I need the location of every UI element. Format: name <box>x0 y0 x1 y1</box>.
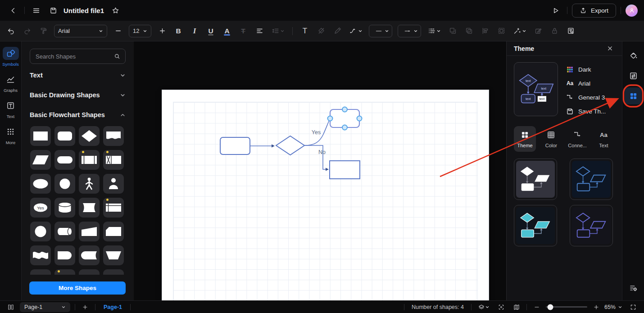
shape-predefined-process[interactable] <box>79 150 100 170</box>
sidebar-item-text[interactable]: Text <box>1 99 21 119</box>
focus-button[interactable] <box>496 302 507 312</box>
shape-rounded-process[interactable] <box>54 126 75 146</box>
back-button[interactable] <box>6 4 20 17</box>
search-input[interactable] <box>35 53 111 60</box>
zoom-slider-thumb[interactable] <box>547 304 553 310</box>
zoom-slider[interactable] <box>546 306 587 308</box>
theme-setting-save-th-[interactable]: Save Th... <box>566 104 606 118</box>
close-button[interactable] <box>605 44 615 54</box>
section-text[interactable]: Text <box>22 65 134 85</box>
tab-text[interactable]: AaText <box>593 126 615 152</box>
shape-process[interactable] <box>79 269 100 275</box>
shape-h-cylinder[interactable] <box>54 222 75 241</box>
shape-document[interactable] <box>103 126 124 146</box>
flow-no-shape[interactable] <box>330 161 360 179</box>
zoom-in-button[interactable] <box>591 302 602 312</box>
shape-actor[interactable] <box>79 174 100 194</box>
theme-card-blue-outline[interactable] <box>570 159 613 200</box>
tab-color[interactable]: Color <box>540 126 562 152</box>
font-size-decrease-button[interactable] <box>110 24 126 38</box>
favorite-button[interactable] <box>109 4 122 17</box>
fill-bucket-button[interactable] <box>625 47 642 64</box>
flow-start-shape[interactable] <box>220 137 250 154</box>
send-back-button[interactable] <box>461 24 476 38</box>
sidebar-item-symbols[interactable]: Symbols <box>1 47 21 67</box>
group-button[interactable] <box>494 24 509 38</box>
section-basic-flowchart-shapes[interactable]: Basic Flowchart Shapes <box>22 104 134 124</box>
shape-decision[interactable] <box>79 126 100 146</box>
shape-stored-data[interactable] <box>79 245 100 265</box>
shape-internal-storage[interactable] <box>103 198 124 218</box>
text-align-button[interactable] <box>252 24 267 38</box>
shape-tape[interactable] <box>30 245 51 265</box>
shape-manual-operation[interactable] <box>103 245 124 265</box>
page-select[interactable]: Page-1 <box>20 302 70 312</box>
tab-theme[interactable]: Theme <box>514 126 536 152</box>
outline-settings-button[interactable] <box>625 279 642 296</box>
font-size-increase-button[interactable] <box>154 24 170 38</box>
main-menu-button[interactable] <box>29 4 43 17</box>
theme-setting-dark[interactable]: Dark <box>566 63 606 77</box>
bring-front-button[interactable] <box>445 24 460 38</box>
shape-database[interactable] <box>54 198 75 218</box>
theme-card-teal[interactable] <box>514 205 557 246</box>
avatar[interactable] <box>626 5 638 17</box>
sidebar-item-more[interactable]: More <box>1 125 21 145</box>
find-button[interactable] <box>563 24 578 38</box>
zoom-out-button[interactable] <box>531 302 542 312</box>
align-objects-button[interactable] <box>477 24 493 38</box>
theme-card-purple-outline[interactable] <box>570 205 613 246</box>
shape-display[interactable] <box>79 198 100 218</box>
shape-terminator[interactable] <box>54 150 75 170</box>
frames-button[interactable] <box>5 302 16 312</box>
undo-button[interactable] <box>3 24 18 38</box>
shape-process[interactable] <box>30 126 51 146</box>
shape-delay[interactable] <box>54 245 75 265</box>
insert-text-button[interactable]: T <box>297 24 313 38</box>
line-spacing-button[interactable] <box>268 24 288 38</box>
shape-card[interactable] <box>103 222 124 241</box>
section-basic-drawing-shapes[interactable]: Basic Drawing Shapes <box>22 85 134 104</box>
sidebar-item-graphs[interactable]: Graphs <box>1 73 21 93</box>
format-painter-button[interactable] <box>36 24 51 38</box>
search-box[interactable] <box>30 49 126 64</box>
present-button[interactable] <box>549 4 562 17</box>
text-color-button[interactable]: A <box>219 24 235 38</box>
connector-style-button[interactable] <box>346 24 366 38</box>
theme-setting-general-3[interactable]: General 3 <box>566 91 606 104</box>
strikethrough-button[interactable]: T <box>236 24 251 38</box>
page-tab[interactable]: Page-1 <box>104 304 122 310</box>
line-style-select[interactable] <box>369 25 392 37</box>
font-family-select[interactable]: Arial <box>54 25 107 37</box>
shape-parallelogram[interactable] <box>30 150 51 170</box>
shape-process[interactable] <box>30 269 51 275</box>
shape-manual-input[interactable] <box>79 222 100 241</box>
dash-style-button[interactable] <box>424 24 444 38</box>
fill-none-button[interactable] <box>313 24 329 38</box>
underline-button[interactable]: U <box>203 24 218 38</box>
add-page-button[interactable] <box>80 302 91 312</box>
pen-button[interactable] <box>330 24 345 38</box>
italic-button[interactable]: I <box>187 24 202 38</box>
magic-wand-button[interactable] <box>510 24 530 38</box>
redo-button[interactable] <box>19 24 35 38</box>
shape-terminator[interactable] <box>103 269 124 275</box>
shape-person[interactable] <box>103 174 124 194</box>
edit-shape-button[interactable] <box>531 24 546 38</box>
arrow-style-select[interactable] <box>398 25 421 37</box>
canvas[interactable]: Yes No <box>134 41 506 300</box>
theme-setting-arial[interactable]: AaArial <box>566 77 606 91</box>
shape-collate[interactable] <box>103 150 124 170</box>
save-button[interactable] <box>46 4 60 17</box>
shape-ellipse[interactable] <box>30 174 51 194</box>
more-shapes-button[interactable]: More Shapes <box>29 281 126 295</box>
shape-circle[interactable] <box>54 174 75 194</box>
font-size-select[interactable]: 12 <box>129 25 151 37</box>
shape-circle-large[interactable] <box>30 222 51 241</box>
lock-button[interactable] <box>547 24 562 38</box>
theme-grid-button[interactable] <box>625 87 642 104</box>
tab-conne[interactable]: Conne... <box>567 126 589 152</box>
export-button[interactable]: Export <box>572 4 616 18</box>
shape-yes-oval[interactable]: Yes <box>30 198 51 218</box>
flow-decision-shape[interactable] <box>276 136 304 155</box>
